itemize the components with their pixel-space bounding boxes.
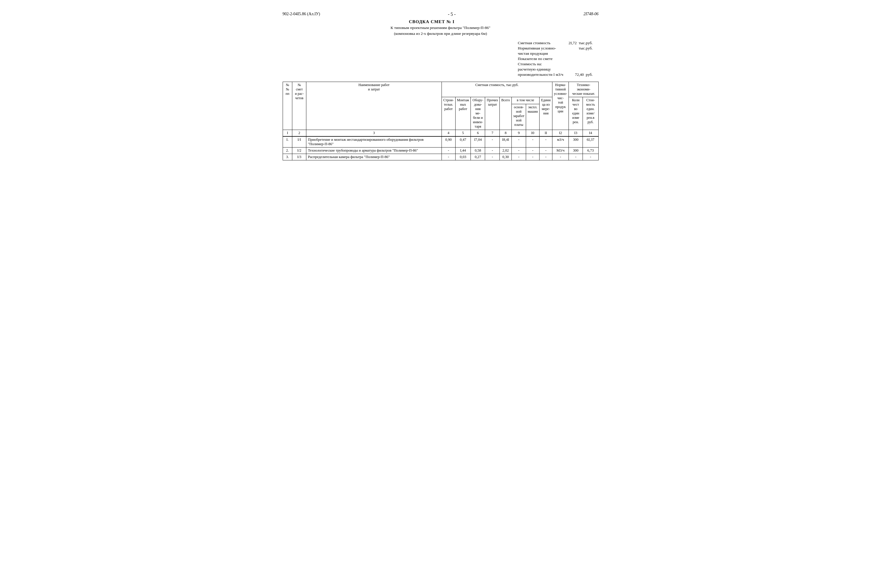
cell-row3-col4: - bbox=[442, 154, 455, 160]
col-smet: № смети рас-четов bbox=[292, 82, 306, 130]
cell-row3-col7: - bbox=[485, 154, 500, 160]
normativnaya-label2: чистая продукция bbox=[518, 51, 548, 56]
colnum-8: 8 bbox=[500, 130, 511, 136]
table-row: I.I/IПриобретение и монтаж нестандартизи… bbox=[283, 136, 598, 147]
col-norma: Норма-тивнойусловно-чис-тойпродукции bbox=[552, 82, 568, 130]
cell-row2-col1: 2. bbox=[283, 147, 292, 154]
page-header: 902-2-04I5.86 (Ал.IУ) - 5 - 2I748-06 bbox=[283, 12, 599, 17]
cell-row3-col9: - bbox=[511, 154, 526, 160]
col-edinitsa: Единица измере-ния bbox=[539, 97, 553, 130]
group-header-row: №№пп № смети рас-четов Наименование рабо… bbox=[283, 82, 598, 97]
cell-row2-col2: I/2 bbox=[292, 147, 306, 154]
cell-row2-col11: - bbox=[539, 147, 553, 154]
doc-number: 2I748-06 bbox=[583, 12, 598, 16]
subtitle2: (компоновка из 2-х фильтров при длине ре… bbox=[283, 32, 599, 36]
colnum-14: I4 bbox=[583, 130, 598, 136]
colnum-2: 2 bbox=[292, 130, 306, 136]
cell-row2-col3: Технологические трубопроводы и арматура … bbox=[306, 147, 442, 154]
cell-row1-col5: 0,47 bbox=[455, 136, 471, 147]
cell-row1-col14: 6I,37 bbox=[583, 136, 598, 147]
colnum-13: I3 bbox=[569, 130, 583, 136]
title-row: СВОДКА СМЕТ № I bbox=[283, 20, 599, 24]
smetnaya-unit: тыс.руб. bbox=[579, 40, 593, 45]
table-row: 2.I/2Технологические трубопроводы и арма… bbox=[283, 147, 598, 154]
smetnaya-value: 2I,72 bbox=[568, 40, 577, 45]
smetnaya-label: Сметная стоимость bbox=[518, 40, 551, 45]
stoimost-label: Стоимость на: bbox=[518, 62, 542, 66]
cell-row3-col1: 3. bbox=[283, 154, 292, 160]
cell-row2-col12: М3/ч bbox=[552, 147, 568, 154]
col-name: Наименование работи затрат bbox=[306, 82, 442, 130]
cell-row2-col7: - bbox=[485, 147, 500, 154]
col-ekspl: экспл.машин bbox=[526, 104, 539, 130]
cell-row1-col2: I/I bbox=[292, 136, 306, 147]
title-section: СВОДКА СМЕТ № I К типовым проектным реше… bbox=[283, 20, 599, 36]
cell-row2-col10: - bbox=[526, 147, 539, 154]
col-stroiteln: Строи-тельн.работ bbox=[442, 97, 455, 130]
pokazateli-label: Показатели по смете bbox=[518, 57, 553, 61]
cell-row3-col13: - bbox=[569, 154, 583, 160]
proizv-label: производительности I м3/ч bbox=[518, 72, 563, 77]
cell-row2-col4: - bbox=[442, 147, 455, 154]
cell-row2-col14: 6,73 bbox=[583, 147, 598, 154]
colnum-11: II bbox=[539, 130, 553, 136]
tekhniko-header: Технико-экономи-ческие показат. bbox=[569, 82, 598, 97]
v-tom-chisle-header: в том числе bbox=[511, 97, 539, 104]
colnum-10: I0 bbox=[526, 130, 539, 136]
cell-row1-col9: - bbox=[511, 136, 526, 147]
colnum-12: I2 bbox=[552, 130, 568, 136]
cell-row2-col9: - bbox=[511, 147, 526, 154]
cell-row3-col6: 0,27 bbox=[471, 154, 485, 160]
col-kolichestvo: Количествоединизмерен. bbox=[569, 97, 583, 130]
cell-row1-col1: I. bbox=[283, 136, 292, 147]
normativnaya-label: Нормативная условно- bbox=[518, 46, 556, 51]
doc-code: 902-2-04I5.86 (Ал.IУ) bbox=[283, 12, 320, 16]
colnum-4: 4 bbox=[442, 130, 455, 136]
col-numbers-row: I 2 3 4 5 6 7 8 9 I0 II I2 I3 I4 bbox=[283, 130, 598, 136]
proizv-value: 72,40 bbox=[575, 72, 584, 76]
cell-row3-col8: 0,30 bbox=[500, 154, 511, 160]
cell-row1-col12: м3/ч bbox=[552, 136, 568, 147]
proizv-unit: руб. bbox=[586, 72, 592, 76]
colnum-3: 3 bbox=[306, 130, 442, 136]
cell-row1-col7: - bbox=[485, 136, 500, 147]
cell-row1-col11: - bbox=[539, 136, 553, 147]
cell-row1-col8: I8,4I bbox=[500, 136, 511, 147]
col-stoimost: Стои-мостьедин.изме/рен.вруб. bbox=[583, 97, 598, 130]
cell-row3-col5: 0,03 bbox=[455, 154, 471, 160]
colnum-9: 9 bbox=[511, 130, 526, 136]
svod-label: СВОДКА СМЕТ № I bbox=[409, 20, 455, 24]
col-prochih: Прочихзатрат bbox=[485, 97, 500, 130]
raschetnuyu-label: расчетную единицу bbox=[518, 67, 551, 72]
smetnaya-header: Сметная стоимость, тыс.руб. bbox=[442, 82, 552, 97]
cell-row3-col10: - bbox=[526, 154, 539, 160]
cell-row1-col6: I7,04 bbox=[471, 136, 485, 147]
cell-row2-col13: 300 bbox=[569, 147, 583, 154]
col-nn: №№пп bbox=[283, 82, 292, 130]
cell-row2-col5: I,44 bbox=[455, 147, 471, 154]
table-row: 3.I/3Распределительная камера фильтра "П… bbox=[283, 154, 598, 160]
cost-section: Сметная стоимость 2I,72 тыс.руб. Нормати… bbox=[283, 40, 599, 77]
main-table: №№пп № смети рас-четов Наименование рабо… bbox=[283, 82, 599, 160]
cell-row3-col12: - bbox=[552, 154, 568, 160]
cell-row2-col8: 2,02 bbox=[500, 147, 511, 154]
cell-row3-col11: - bbox=[539, 154, 553, 160]
col-vsego: Всего bbox=[500, 97, 511, 130]
col-oboru: Обору-дова-ния ме-бели иинвен-таря bbox=[471, 97, 485, 130]
page-number: - 5 - bbox=[320, 12, 583, 17]
cell-row1-col4: 0,90 bbox=[442, 136, 455, 147]
subtitle1: К типовым проектным решениям фильтра "По… bbox=[283, 26, 599, 30]
colnum-7: 7 bbox=[485, 130, 500, 136]
cell-row3-col3: Распределительная камера фильтра "Полиме… bbox=[306, 154, 442, 160]
colnum-1: I bbox=[283, 130, 292, 136]
normativnaya-unit: тыс.руб. bbox=[579, 46, 593, 51]
cell-row1-col3: Приобретение и монтаж нестандартизирован… bbox=[306, 136, 442, 147]
col-osnov: основ-нойзаработнойплаты bbox=[511, 104, 526, 130]
cell-row1-col13: 300 bbox=[569, 136, 583, 147]
cell-row3-col14: - bbox=[583, 154, 598, 160]
cell-row1-col10: - bbox=[526, 136, 539, 147]
colnum-5: 5 bbox=[455, 130, 471, 136]
col-montazh: Монтажныхработ bbox=[455, 97, 471, 130]
cell-row3-col2: I/3 bbox=[292, 154, 306, 160]
colnum-6: 6 bbox=[471, 130, 485, 136]
